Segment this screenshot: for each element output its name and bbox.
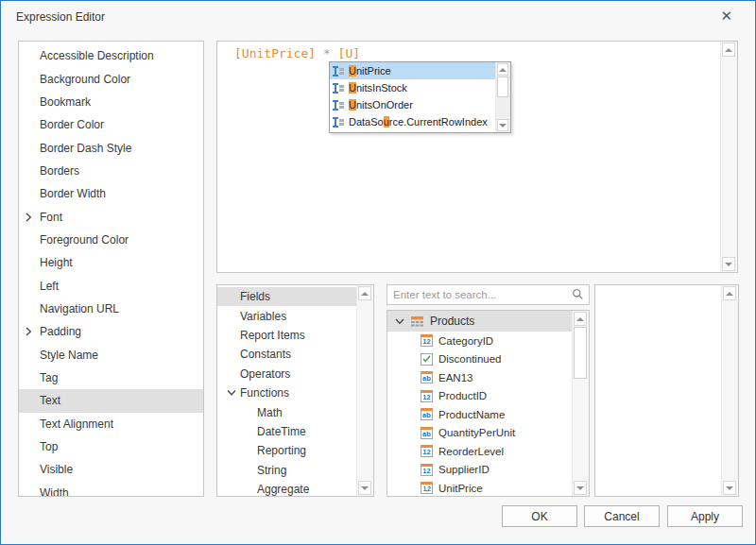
property-item-border-width[interactable]: Border Width [19, 182, 203, 205]
chevron-down-icon[interactable] [395, 318, 404, 325]
string-icon: ab [421, 427, 433, 439]
description-panel [594, 284, 739, 497]
scroll-up-button[interactable] [574, 312, 587, 326]
property-item-border-dash-style[interactable]: Border Dash Style [19, 136, 203, 159]
category-scrollbar[interactable] [356, 285, 373, 496]
chevron-right-icon[interactable] [26, 213, 32, 222]
property-item-accessible-description[interactable]: Accessible Description [19, 44, 203, 67]
scroll-up-button[interactable] [497, 63, 508, 76]
tree-field-unitprice[interactable]: 1,2UnitPrice [387, 479, 573, 497]
category-item-math[interactable]: Math [217, 402, 373, 421]
category-item-label: DateTime [257, 425, 306, 438]
property-item-label: Border Dash Style [40, 142, 131, 155]
autocomplete-item[interactable]: UnitsOnOrder [330, 96, 496, 113]
property-item-label: Accessible Description [40, 49, 154, 62]
category-item-label: Operators [240, 367, 290, 381]
tree-field-reorderlevel[interactable]: 12ReorderLevel [387, 442, 573, 461]
property-item-label: Border Width [40, 187, 106, 200]
property-item-border-color[interactable]: Border Color [19, 113, 203, 136]
autocomplete-item[interactable]: UnitsInStock [330, 79, 496, 96]
property-item-height[interactable]: Height [19, 251, 203, 274]
tree-field-discontinued[interactable]: Discontinued [387, 350, 573, 369]
autocomplete-item[interactable]: DataSource.CurrentRowIndex [330, 113, 496, 130]
category-item-datetime[interactable]: DateTime [217, 422, 373, 441]
property-item-left[interactable]: Left [19, 274, 203, 297]
close-icon[interactable]: ✕ [720, 9, 732, 23]
autocomplete-item[interactable]: UnitPrice [330, 62, 496, 79]
property-item-label: Foreground Color [40, 233, 129, 247]
tree-field-ean13[interactable]: abEAN13 [387, 368, 573, 387]
category-item-aggregate[interactable]: Aggregate [217, 480, 373, 497]
property-item-navigation-url[interactable]: Navigation URL [19, 298, 203, 320]
category-item-report-items[interactable]: Report Items [217, 326, 373, 345]
scroll-down-button[interactable] [723, 481, 736, 495]
property-item-text[interactable]: Text [19, 389, 203, 412]
category-item-label: Reporting [257, 444, 306, 457]
expression-field: [U] [338, 46, 360, 60]
cancel-button[interactable]: Cancel [584, 505, 660, 527]
property-item-label: Border Color [40, 118, 104, 131]
property-item-background-color[interactable]: Background Color [19, 67, 203, 90]
property-item-bookmark[interactable]: Bookmark [19, 91, 203, 113]
tree-field-label: UnitPrice [438, 483, 483, 494]
chevron-right-icon[interactable] [26, 327, 32, 336]
field-icon [333, 65, 345, 77]
category-item-string[interactable]: String [217, 461, 373, 480]
tree-field-productid[interactable]: 12ProductID [387, 387, 573, 406]
tree-field-categoryid[interactable]: 12CategoryID [387, 332, 573, 350]
property-item-text-alignment[interactable]: Text Alignment [19, 413, 203, 435]
search-input[interactable] [387, 284, 590, 305]
property-item-tag[interactable]: Tag [19, 366, 203, 389]
search-icon[interactable] [572, 288, 584, 300]
category-item-constants[interactable]: Constants [217, 345, 373, 364]
property-item-foreground-color[interactable]: Foreground Color [19, 229, 203, 251]
scroll-up-button[interactable] [358, 286, 371, 300]
property-item-label: Bookmark [40, 95, 91, 109]
tree-field-label: ReorderLevel [438, 446, 504, 457]
property-item-borders[interactable]: Borders [19, 160, 203, 182]
property-item-label: Left [40, 280, 59, 293]
scrollbar-thumb[interactable] [574, 327, 587, 379]
tree-node-products[interactable]: Products [387, 311, 573, 332]
scrollbar-thumb[interactable] [497, 77, 508, 97]
ok-button[interactable]: OK [502, 505, 577, 527]
property-item-label: Text [40, 394, 60, 407]
expression-editor-dialog: Expression Editor ✕ Accessible Descripti… [0, 0, 756, 545]
property-item-font[interactable]: Font [19, 205, 203, 228]
autocomplete-scrollbar[interactable] [495, 62, 510, 132]
editor-scrollbar[interactable] [720, 42, 737, 272]
category-item-reporting[interactable]: Reporting [217, 441, 373, 460]
tree-field-quantityperunit[interactable]: abQuantityPerUnit [387, 424, 573, 443]
category-item-label: Constants [240, 348, 291, 361]
autocomplete-item-label: UnitsOnOrder [349, 99, 413, 111]
property-item-label: Text Alignment [40, 417, 113, 431]
category-item-fields[interactable]: Fields [217, 287, 373, 306]
scroll-down-button[interactable] [574, 481, 587, 495]
autocomplete-list: UnitPriceUnitsInStockUnitsOnOrderDataSou… [330, 62, 496, 132]
description-scrollbar[interactable] [721, 285, 738, 496]
property-item-padding[interactable]: Padding [19, 320, 203, 343]
fields-tree: Products12CategoryIDDiscontinuedabEAN131… [387, 311, 573, 496]
category-item-operators[interactable]: Operators [217, 365, 373, 383]
scroll-up-button[interactable] [722, 43, 735, 57]
property-item-top[interactable]: Top [19, 435, 203, 458]
integer-icon: 12 [421, 390, 433, 402]
scroll-up-button[interactable] [723, 286, 736, 300]
property-item-width[interactable]: Width [19, 482, 203, 497]
scroll-down-button[interactable] [497, 119, 508, 131]
apply-button[interactable]: Apply [667, 505, 743, 527]
category-item-label: Fields [240, 290, 270, 303]
category-item-functions[interactable]: Functions [217, 383, 373, 402]
property-item-label: Width [40, 486, 69, 497]
tree-scrollbar[interactable] [572, 311, 589, 496]
property-item-style-name[interactable]: Style Name [19, 343, 203, 366]
scroll-down-button[interactable] [722, 257, 735, 271]
autocomplete-item-label: UnitsInStock [349, 82, 407, 94]
chevron-down-icon[interactable] [227, 390, 236, 397]
tree-field-supplierid[interactable]: 12SupplierID [387, 461, 573, 480]
tree-field-productname[interactable]: abProductName [387, 405, 573, 424]
property-item-visible[interactable]: Visible [19, 458, 203, 481]
scroll-down-button[interactable] [358, 481, 371, 495]
tree-field-label: CategoryID [438, 335, 493, 347]
category-item-variables[interactable]: Variables [217, 306, 373, 325]
